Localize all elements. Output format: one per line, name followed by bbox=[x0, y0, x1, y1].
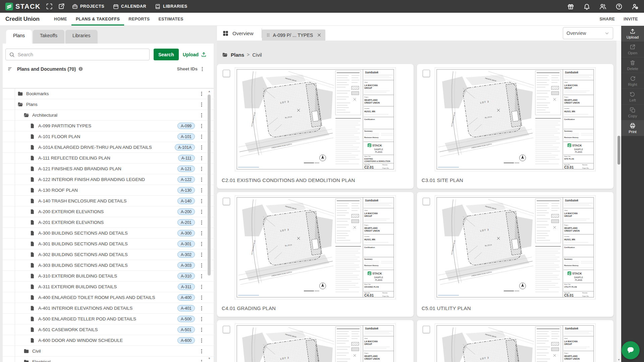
main-scroll-thumb[interactable] bbox=[618, 136, 620, 165]
tree-row-a-300-building-sections-and-details[interactable]: A-300 BUILDING SECTIONS AND DETAILSA-300 bbox=[3, 228, 214, 239]
info-icon[interactable] bbox=[78, 66, 83, 71]
kebab-icon[interactable] bbox=[199, 145, 204, 150]
tree-row-a-130-roof-plan[interactable]: A-130 ROOF PLANA-130 bbox=[3, 185, 214, 196]
tree-row-a-201-exterior-elevations[interactable]: A-201 EXTERIOR ELEVATIONSA-201 bbox=[3, 217, 214, 228]
tree-row-civil[interactable]: Civil bbox=[3, 346, 214, 357]
share-button[interactable]: SHARE bbox=[600, 17, 615, 21]
kebab-icon[interactable] bbox=[199, 198, 204, 204]
plan-thumbnail[interactable]: LOT 3 BLOCK VICTOR HUGO BLVD FRENCHMAN R… bbox=[235, 323, 396, 362]
kebab-icon[interactable] bbox=[199, 241, 204, 247]
plan-thumbnail[interactable]: LOT 3 BLOCK VICTOR HUGO BLVD FRENCHMAN R… bbox=[435, 195, 596, 299]
scroll-up-icon[interactable]: ▲ bbox=[207, 90, 211, 93]
toolbar-open-button[interactable]: Open bbox=[621, 42, 644, 57]
kebab-icon[interactable] bbox=[199, 284, 204, 290]
main-scroll-down-icon[interactable]: ▼ bbox=[616, 358, 621, 361]
toolbar-print-button[interactable]: Print bbox=[621, 120, 644, 136]
kebab-icon[interactable] bbox=[199, 156, 204, 161]
sidebar-upload-button[interactable]: Upload bbox=[183, 52, 207, 57]
sidebar-tab-libraries[interactable]: Libraries bbox=[65, 30, 98, 44]
plan-card[interactable]: LOT 3 BLOCK VICTOR HUGO BLVD FRENCHMAN R… bbox=[217, 64, 414, 189]
toolbar-copy-button[interactable]: Copy bbox=[621, 105, 644, 120]
search-button[interactable]: Search bbox=[154, 49, 179, 60]
plan-card[interactable]: LOT 3 BLOCK VICTOR HUGO BLVD FRENCHMAN R… bbox=[417, 320, 613, 362]
sidebar-scrollbar[interactable]: ▲ ▼ bbox=[207, 89, 211, 361]
sheet-ids-menu-icon[interactable] bbox=[200, 66, 205, 72]
toolbar-right-button[interactable]: Right bbox=[621, 73, 644, 89]
account-settings-icon[interactable] bbox=[632, 3, 639, 10]
tree-row-a-401-interior-elevations-and-details[interactable]: A-401 INTERIOR ELEVATIONS AND DETAILSA-4… bbox=[3, 303, 214, 314]
plan-checkbox[interactable] bbox=[423, 70, 430, 77]
plan-thumbnail[interactable]: LOT 3 BLOCK VICTOR HUGO BLVD FRENCHMAN R… bbox=[435, 323, 596, 362]
kebab-icon[interactable] bbox=[199, 252, 204, 257]
tab-document[interactable]: A-099 P/ ... TYPES bbox=[262, 29, 326, 41]
toolbar-delete-button[interactable]: Delete bbox=[621, 57, 644, 73]
drag-handle-icon[interactable] bbox=[266, 33, 270, 38]
project-nav-reports[interactable]: REPORTS bbox=[124, 13, 154, 25]
plan-card[interactable]: LOT 3 BLOCK VICTOR HUGO BLVD FRENCHMAN R… bbox=[217, 192, 414, 317]
gift-icon[interactable] bbox=[567, 3, 574, 10]
plan-thumbnail[interactable]: LOT 3 BLOCK VICTOR HUGO BLVD FRENCHMAN R… bbox=[235, 67, 396, 171]
plan-card[interactable]: LOT 3 BLOCK VICTOR HUGO BLVD FRENCHMAN R… bbox=[417, 64, 613, 189]
tree-row-a-500-enlarged-teller-pod-and-details[interactable]: A-500 ENLARGED TELLER POD AND DETAILSA-5… bbox=[3, 314, 214, 324]
kebab-icon[interactable] bbox=[199, 113, 204, 118]
tree-row-a-140-trash-enclosure-and-details[interactable]: A-140 TRASH ENCLOSURE AND DETAILSA-140 bbox=[3, 196, 214, 206]
topbar-menu-calendar[interactable]: CALENDAR bbox=[113, 4, 146, 9]
tree-row-a-302-building-sections-and-details[interactable]: A-302 BUILDING SECTIONS AND DETAILSA-302 bbox=[3, 249, 214, 260]
kebab-icon[interactable] bbox=[199, 349, 204, 354]
kebab-icon[interactable] bbox=[199, 188, 204, 193]
kebab-icon[interactable] bbox=[199, 102, 204, 107]
plan-thumbnail[interactable]: LOT 3 BLOCK VICTOR HUGO BLVD FRENCHMAN R… bbox=[435, 67, 596, 171]
plan-checkbox[interactable] bbox=[223, 70, 230, 77]
sort-icon[interactable] bbox=[7, 66, 13, 72]
toolbar-left-button[interactable]: Left bbox=[621, 89, 644, 105]
tree-row-a-400-enlarged-toilet-room-plans-and-details[interactable]: A-400 ENLARGED TOILET ROOM PLANS AND DET… bbox=[3, 292, 214, 303]
scroll-down-icon[interactable]: ▼ bbox=[207, 357, 211, 360]
kebab-icon[interactable] bbox=[199, 359, 204, 362]
tree-row-a-301-building-sections-and-details[interactable]: A-301 BUILDING SECTIONS AND DETAILSA-301 bbox=[3, 239, 214, 249]
tree-row-a-111-reflected-ceiling-plan[interactable]: A-111 REFLECTED CEILING PLANA-111 bbox=[3, 153, 214, 164]
kebab-icon[interactable] bbox=[199, 166, 204, 172]
sidebar-tab-plans[interactable]: Plans bbox=[6, 30, 32, 44]
kebab-icon[interactable] bbox=[199, 209, 204, 215]
sidebar-scroll-thumb[interactable] bbox=[208, 95, 211, 276]
tree-row-a-099-partition-types[interactable]: A-099 PARTITION TYPESA-099 bbox=[3, 121, 214, 131]
tree-row-a-311-exterior-building-details[interactable]: A-311 EXTERIOR BUILDING DETAILSA-311 bbox=[3, 282, 214, 292]
invite-button[interactable]: INVITE bbox=[624, 17, 638, 21]
tree-row-a-101a-enlarged-drive-thru-plan-and-details[interactable]: A-101A ENLARGED DRIVE-THRU PLAN AND DETA… bbox=[3, 142, 214, 153]
tree-row-bookmarks[interactable]: Bookmarks bbox=[3, 88, 214, 99]
tree-row-a-501-casework-details[interactable]: A-501 CASEWORK DETAILSA-501 bbox=[3, 324, 214, 335]
tree-row-a-303-building-sections-and-details[interactable]: A-303 BUILDING SECTIONS AND DETAILSA-303 bbox=[3, 260, 214, 271]
stack-logo-icon[interactable] bbox=[5, 3, 13, 10]
tree-row-a-200-exterior-elevations[interactable]: A-200 EXTERIOR ELEVATIONSA-200 bbox=[3, 206, 214, 217]
close-tab-icon[interactable] bbox=[317, 33, 321, 37]
breadcrumb-root[interactable]: Plans bbox=[231, 52, 244, 58]
plan-card[interactable]: LOT 3 BLOCK VICTOR HUGO BLVD FRENCHMAN R… bbox=[217, 320, 414, 362]
fullscreen-icon[interactable] bbox=[46, 3, 53, 10]
kebab-icon[interactable] bbox=[199, 220, 204, 225]
plan-thumbnail[interactable]: LOT 3 BLOCK VICTOR HUGO BLVD FRENCHMAN R… bbox=[235, 195, 396, 299]
kebab-icon[interactable] bbox=[199, 316, 204, 322]
project-nav-plans-takeoffs[interactable]: PLANS & TAKEOFFS bbox=[71, 13, 124, 25]
tree-row-a-310-exterior-building-details[interactable]: A-310 EXTERIOR BUILDING DETAILSA-310 bbox=[3, 271, 214, 282]
chat-launcher-button[interactable] bbox=[622, 341, 640, 359]
kebab-icon[interactable] bbox=[199, 231, 204, 236]
tree-row-a-600-door-and-window-schedule[interactable]: A-600 DOOR AND WINDOW SCHEDULEA-600 bbox=[3, 335, 214, 346]
topbar-menu-projects[interactable]: PROJECTS bbox=[72, 4, 104, 9]
tree-row-architectural[interactable]: Architectural bbox=[3, 110, 214, 121]
users-icon[interactable] bbox=[599, 3, 606, 10]
popout-icon[interactable] bbox=[58, 3, 65, 10]
kebab-icon[interactable] bbox=[199, 338, 204, 343]
kebab-icon[interactable] bbox=[199, 274, 204, 279]
project-nav-estimates[interactable]: ESTIMATES bbox=[154, 13, 188, 25]
bell-icon[interactable] bbox=[583, 3, 590, 10]
tree-row-electrical[interactable]: Electrical bbox=[3, 357, 214, 362]
kebab-icon[interactable] bbox=[199, 177, 204, 182]
kebab-icon[interactable] bbox=[199, 91, 204, 97]
plan-checkbox[interactable] bbox=[223, 326, 230, 333]
kebab-icon[interactable] bbox=[199, 327, 204, 333]
kebab-icon[interactable] bbox=[199, 295, 204, 300]
plan-checkbox[interactable] bbox=[223, 198, 230, 205]
sidebar-tab-takeoffs[interactable]: Takeoffs bbox=[33, 30, 64, 44]
help-icon[interactable] bbox=[615, 3, 623, 10]
kebab-icon[interactable] bbox=[199, 263, 204, 268]
